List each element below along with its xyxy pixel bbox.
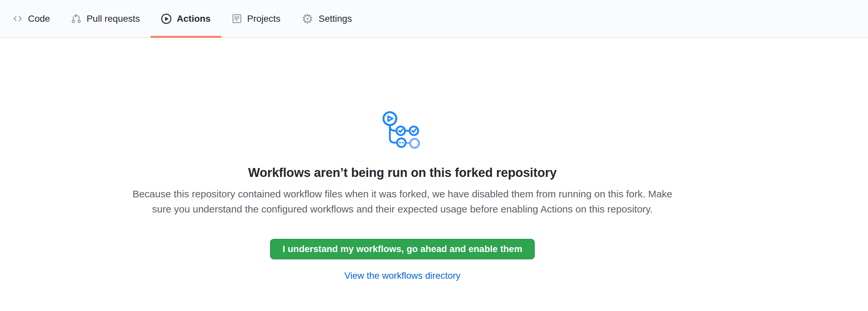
tab-pull-requests[interactable]: Pull requests <box>61 0 151 37</box>
tab-label: Code <box>28 14 50 23</box>
code-icon <box>12 13 23 24</box>
hero-description-line1: Because this repository contained workfl… <box>132 186 672 201</box>
enable-workflows-button[interactable]: I understand my workflows, go ahead and … <box>270 239 535 259</box>
tab-code[interactable]: Code <box>2 0 61 37</box>
play-circle-icon <box>161 13 172 24</box>
hero-description-line2: sure you understand the configured workf… <box>132 201 672 217</box>
project-board-icon <box>232 13 242 24</box>
tab-label: Settings <box>319 14 352 23</box>
tab-label: Pull requests <box>87 14 140 23</box>
tab-actions[interactable]: Actions <box>151 0 221 37</box>
tab-label: Projects <box>247 14 281 23</box>
workflow-icon <box>383 110 422 149</box>
page-title: Workflows aren’t being run on this forke… <box>248 166 557 180</box>
git-pull-request-icon <box>71 13 81 24</box>
hero-description: Because this repository contained workfl… <box>132 186 672 217</box>
repo-tab-bar: Code Pull requests Actions Projects ⚙ Se… <box>0 0 868 38</box>
view-workflows-directory-link[interactable]: View the workflows directory <box>344 271 461 281</box>
tab-projects[interactable]: Projects <box>221 0 291 37</box>
tab-label: Actions <box>177 14 211 23</box>
actions-blankslate: Workflows aren’t being run on this forke… <box>0 38 805 281</box>
gear-icon: ⚙ <box>302 13 313 24</box>
tab-settings[interactable]: ⚙ Settings <box>291 0 363 37</box>
